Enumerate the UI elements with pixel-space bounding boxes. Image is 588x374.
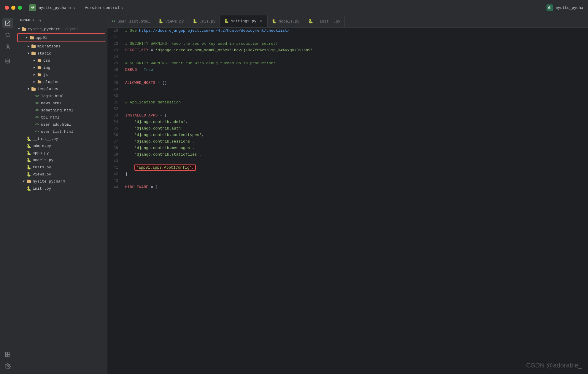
code-line-20: 20 # See https://docs.djangoproject.com/… xyxy=(107,28,588,34)
svg-rect-5 xyxy=(6,355,8,357)
folder-icon-plugins xyxy=(37,79,42,84)
code-line-40: 40 xyxy=(107,158,588,164)
tree-item-tpl[interactable]: <> tpl.html xyxy=(15,114,107,121)
tree-item-login[interactable]: <> login.html xyxy=(15,92,107,100)
tab-icon-init: 🐍 xyxy=(308,19,313,24)
tab-label-models: models.py xyxy=(279,19,299,24)
root-label: mysite_pycharm ~/Pycha xyxy=(28,27,79,31)
tab-label-settings: settings.py xyxy=(231,19,256,23)
tab-icon-settings: 🐍 xyxy=(224,19,229,23)
folder-special-icon-migrations xyxy=(31,44,36,49)
python-icon-init2: 🐍 xyxy=(26,186,31,191)
news-label: news.html xyxy=(41,101,62,106)
code-line-27: 27 xyxy=(107,73,588,80)
folder-special-icon-app01 xyxy=(29,35,34,40)
code-line-33: 33 INSTALLED_APPS = [ xyxy=(107,112,588,119)
tree-arrow: ▼ xyxy=(17,27,21,31)
tab-init[interactable]: 🐍 __init__.py xyxy=(304,15,345,27)
code-line-25: 25 # SECURITY WARNING: don't run with de… xyxy=(107,60,588,67)
tree-item-init-py[interactable]: 🐍 __init__.py xyxy=(15,135,107,142)
code-line-42: 42 ] xyxy=(107,171,588,178)
minimize-button[interactable] xyxy=(11,6,15,10)
migrations-label: migrations xyxy=(37,44,61,49)
titlebar: MP mysite_pycharm ∨ Version control ∨ dj… xyxy=(0,0,588,15)
tree-item-news[interactable]: <> news.html xyxy=(15,100,107,107)
tree-item-root[interactable]: ▼ mysite_pycharm ~/Pycha xyxy=(15,25,107,33)
tab-close-settings[interactable]: ✕ xyxy=(258,19,263,23)
app01-highlight-box: ▼ app01 xyxy=(17,33,105,42)
tree-item-something[interactable]: <> something.html xyxy=(15,107,107,114)
activity-bar xyxy=(0,15,15,374)
init2-label: init_.py xyxy=(33,186,51,191)
html-tag-icon-tpl: <> xyxy=(34,115,40,120)
tabs-bar: <> user_list.html 🐍 views.py 🐍 urls.py 🐍… xyxy=(107,15,588,28)
version-control-menu[interactable]: Version control ∨ xyxy=(85,6,123,10)
tree-item-mysite2[interactable]: ▼ mysite_pycharm xyxy=(15,178,107,185)
python-icon-init: 🐍 xyxy=(26,136,31,141)
code-line-43: 43 xyxy=(107,178,588,184)
tree-item-js[interactable]: ▶ js xyxy=(15,71,107,78)
tab-user-list[interactable]: <> user_list.html xyxy=(107,15,154,27)
project-dropdown-arrow[interactable]: ∨ xyxy=(73,6,75,10)
folder-icon-js xyxy=(37,72,42,77)
python-icon-views: 🐍 xyxy=(26,172,31,177)
tab-models[interactable]: 🐍 models.py xyxy=(268,15,304,27)
tree-item-user-add[interactable]: <> user_add.html xyxy=(15,121,107,128)
python-icon-admin: 🐍 xyxy=(26,143,31,148)
code-line-34: 34 'django.contrib.admin', xyxy=(107,119,588,125)
sidebar-dropdown[interactable]: ∨ xyxy=(39,19,41,23)
folder-icon-css xyxy=(37,58,42,63)
tree-item-views-py[interactable]: 🐍 views.py xyxy=(15,171,107,178)
code-line-30: 30 xyxy=(107,93,588,99)
activity-explorer[interactable] xyxy=(2,18,13,28)
activity-search[interactable] xyxy=(2,30,13,40)
tab-icon-views: 🐍 xyxy=(158,19,163,24)
maximize-button[interactable] xyxy=(18,6,22,10)
html-tag-icon-news: <> xyxy=(34,100,40,106)
code-line-24: 24 xyxy=(107,54,588,60)
folder-icon-templates xyxy=(31,86,36,92)
tree-item-css[interactable]: ▶ css xyxy=(15,57,107,64)
code-line-36: 36 'django.contrib.contenttypes', xyxy=(107,132,588,138)
tree-item-tests-py[interactable]: 🐍 tests.py xyxy=(15,164,107,171)
svg-point-2 xyxy=(6,59,9,60)
main-layout: Project ∨ ▼ mysite_pycharm ~/Pycha ▼ app… xyxy=(0,15,588,374)
code-line-21: 21 xyxy=(107,34,588,41)
tree-item-models-py[interactable]: 🐍 models.py xyxy=(15,156,107,164)
traffic-lights xyxy=(5,6,22,10)
user-add-label: user_add.html xyxy=(41,122,71,127)
tree-item-img[interactable]: ▶ img xyxy=(15,64,107,71)
tree-item-apps-py[interactable]: 🐍 apps.py xyxy=(15,149,107,156)
tree-item-user-list[interactable]: <> user_list.html xyxy=(15,128,107,135)
tree-item-plugins[interactable]: ▶ plugins xyxy=(15,78,107,85)
html-tag-icon-user-add: <> xyxy=(34,122,40,127)
tree-arrow-app01: ▼ xyxy=(24,35,29,40)
tab-settings[interactable]: 🐍 settings.py ✕ xyxy=(220,15,268,27)
activity-extensions[interactable] xyxy=(2,349,13,360)
tree-item-init2[interactable]: 🐍 init_.py xyxy=(15,185,107,192)
activity-git[interactable] xyxy=(2,41,13,52)
code-line-29: 29 xyxy=(107,86,588,93)
svg-line-1 xyxy=(9,36,10,38)
tpl-label: tpl.html xyxy=(41,115,59,120)
code-line-35: 35 'django.contrib.auth', xyxy=(107,125,588,132)
tree-item-migrations[interactable]: ▶ migrations xyxy=(15,43,107,50)
editor-content[interactable]: 20 # See https://docs.djangoproject.com/… xyxy=(107,28,588,374)
tree-item-app01[interactable]: ▼ app01 xyxy=(18,34,104,41)
html-tag-icon-something: <> xyxy=(34,108,40,113)
tab-views[interactable]: 🐍 views.py xyxy=(154,15,188,27)
activity-db[interactable] xyxy=(2,56,13,66)
project-name-area[interactable]: MP mysite_pycharm ∨ xyxy=(29,4,75,11)
tab-label-views: views.py xyxy=(165,19,184,24)
tree-item-admin-py[interactable]: 🐍 admin.py xyxy=(15,142,107,149)
close-button[interactable] xyxy=(5,6,9,10)
tab-urls[interactable]: 🐍 urls.py xyxy=(188,15,220,27)
tree-item-static[interactable]: ▼ static xyxy=(15,50,107,57)
something-label: something.html xyxy=(41,108,73,113)
activity-settings[interactable] xyxy=(2,361,13,372)
svg-rect-4 xyxy=(8,352,10,354)
svg-rect-6 xyxy=(8,355,10,357)
folder-icon-img xyxy=(37,65,42,70)
code-line-44: 44 MIDDLEWARE = [ xyxy=(107,184,588,191)
tree-item-templates[interactable]: ▼ templates xyxy=(15,85,107,92)
